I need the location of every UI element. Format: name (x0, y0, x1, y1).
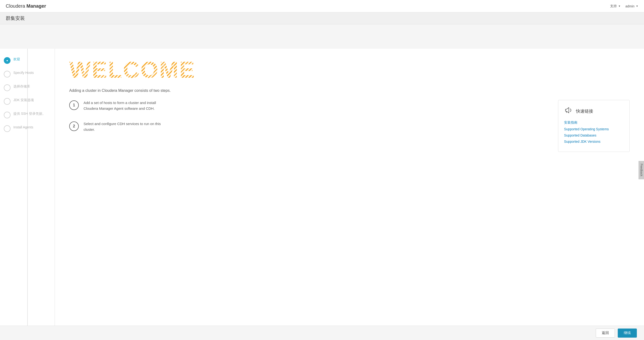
action-bar: 返回 继续 (0, 326, 644, 340)
main-layout: ● 欢迎 Specify Hosts 选择存储库 JDK 安装选项 提供 SSH… (0, 49, 644, 340)
step-indicator-specify-hosts (4, 71, 10, 77)
step-text-2: Select and configure CDH services to run… (84, 121, 161, 132)
sidebar-label-specify-hosts: Specify Hosts (13, 71, 34, 75)
nav-right: 支持 ▼ admin ▼ (610, 4, 638, 8)
page-title-bar: 群集安装 (0, 13, 644, 24)
sidebar-label-select-repo: 选择存储库 (13, 84, 30, 89)
sidebar-item-specify-hosts[interactable]: Specify Hosts (0, 67, 55, 81)
sidebar-label-install-agents: Install Agents (13, 125, 33, 130)
admin-menu[interactable]: admin ▼ (626, 4, 638, 8)
step-indicator-ssh-creds (4, 112, 10, 118)
back-button[interactable]: 返回 (596, 328, 615, 337)
brand-suffix: Manager (26, 3, 46, 9)
steps-list: 1 Add a set of hosts to form a cluster a… (69, 100, 548, 142)
sidebar-item-jdk-install[interactable]: JDK 安装选项 (0, 94, 55, 108)
brand-prefix: Cloudera (6, 3, 26, 9)
feedback-tab[interactable]: Feedback (639, 161, 644, 179)
description: Adding a cluster in Cloudera Manager con… (69, 88, 236, 93)
step-indicator-select-repo (4, 84, 10, 91)
step-item-1: 1 Add a set of hosts to form a cluster a… (69, 100, 548, 111)
brand-logo: Cloudera Manager (6, 3, 46, 9)
content-area: WELCOME Adding a cluster in Cloudera Man… (55, 49, 644, 340)
link-supported-os[interactable]: Supported Operating Systems (564, 127, 624, 131)
link-supported-jdk[interactable]: Supported JDK Versions (564, 140, 624, 143)
step-indicator-install-agents (4, 125, 10, 132)
sidebar: ● 欢迎 Specify Hosts 选择存储库 JDK 安装选项 提供 SSH… (0, 49, 55, 340)
quick-links-box: 快速链接 安装指南 Supported Operating Systems Su… (558, 100, 630, 152)
link-supported-db[interactable]: Supported Databases (564, 133, 624, 137)
page-title: 群集安装 (6, 15, 25, 22)
sidebar-label-ssh-creds: 提供 SSH 登录凭据。 (13, 111, 46, 116)
support-dropdown-arrow: ▼ (618, 5, 620, 8)
sidebar-item-ssh-creds[interactable]: 提供 SSH 登录凭据。 (0, 108, 55, 122)
sidebar-item-select-repo[interactable]: 选择存储库 (0, 81, 55, 94)
quick-links-title: 快速链接 (576, 108, 593, 114)
content-main: 1 Add a set of hosts to form a cluster a… (69, 100, 630, 152)
megaphone-icon (564, 106, 573, 116)
support-menu[interactable]: 支持 ▼ (610, 4, 620, 8)
link-install-guide[interactable]: 安装指南 (564, 120, 624, 125)
top-nav: Cloudera Manager 支持 ▼ admin ▼ (0, 0, 644, 13)
step-circle-2: 2 (69, 121, 79, 131)
admin-dropdown-arrow: ▼ (636, 5, 638, 8)
sidebar-item-welcome[interactable]: ● 欢迎 (0, 54, 55, 67)
continue-button[interactable]: 继续 (618, 328, 637, 337)
sidebar-label-jdk-install: JDK 安装选项 (13, 98, 34, 103)
step-indicator-welcome: ● (4, 57, 10, 64)
sidebar-label-welcome: 欢迎 (13, 57, 20, 62)
step-circle-1: 1 (69, 100, 79, 110)
sidebar-item-install-agents[interactable]: Install Agents (0, 122, 55, 135)
quick-links-header: 快速链接 (564, 106, 624, 116)
step-indicator-jdk-install (4, 98, 10, 105)
step-text-1: Add a set of hosts to form a cluster and… (84, 100, 156, 111)
welcome-title: WELCOME (69, 58, 630, 81)
step-item-2: 2 Select and configure CDH services to r… (69, 121, 548, 132)
